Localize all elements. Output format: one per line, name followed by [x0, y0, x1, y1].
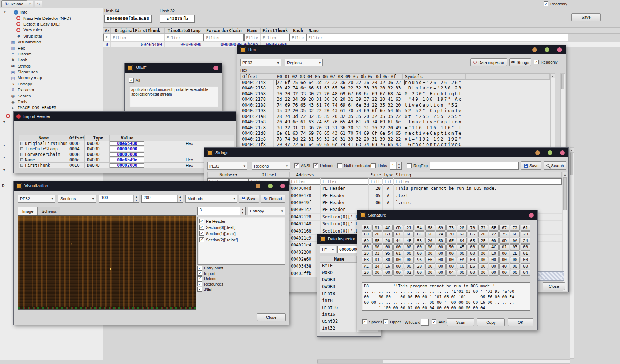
copy-button[interactable]: Copy [477, 318, 505, 326]
byte-cell[interactable]: 00 [415, 244, 424, 250]
scan-button[interactable]: Scan [447, 318, 474, 326]
filter-input-name[interactable] [244, 34, 260, 41]
hex-row[interactable]: 0040:2178 3d 22 34 39 20 31 30 36 20 31 … [240, 97, 550, 103]
byte-cell[interactable]: 53 [415, 238, 424, 244]
column-header-hash[interactable]: Hash [290, 28, 306, 33]
region-list-item[interactable]: Section(1)['.rsrc'] [198, 230, 285, 237]
field-row[interactable]: FirstThunk 0010 DWORD 00002000 Hex [19, 163, 234, 168]
spaces-checkbox[interactable]: Spaces [362, 319, 382, 324]
marker-list-item[interactable]: Import [197, 271, 285, 276]
hex-row[interactable]: 0040:21b8 20 49 6e 61 63 74 69 76 65 43 … [240, 119, 550, 125]
signature-preview[interactable]: B8 .. .. .. '!This program cannot be run… [362, 282, 530, 311]
value-input[interactable]: 00e6b480 [110, 141, 144, 146]
byte-cell[interactable]: 2D [362, 250, 371, 256]
byte-cell[interactable]: 68 [425, 225, 435, 231]
checkbox-box[interactable] [197, 287, 202, 292]
sidebar-item[interactable]: ▣ Signatures [0, 69, 103, 75]
byte-cell[interactable]: 44 [393, 238, 403, 244]
forward-button[interactable]: ↷ [35, 1, 42, 7]
marker-list-item[interactable]: Relocs [197, 276, 285, 281]
byte-cell[interactable]: 00 [446, 250, 456, 256]
regions-select[interactable]: Regions [252, 162, 290, 170]
byte-cell[interactable]: 00 [499, 250, 509, 256]
reload-button[interactable]: ↻Reload [261, 195, 285, 203]
byte-cell[interactable]: 01 [521, 250, 530, 256]
scrollbar-thumb[interactable] [561, 74, 564, 89]
byte-cell[interactable]: 00 [436, 250, 446, 256]
byte-cell[interactable]: B8 [362, 225, 371, 231]
ok-button[interactable]: OK [508, 318, 533, 326]
byte-cell[interactable]: 00 [436, 257, 446, 263]
checkbox-box[interactable] [197, 266, 202, 271]
format-select[interactable]: PE32 [240, 59, 281, 66]
scroll-up-icon[interactable]: ▲ [570, 148, 574, 153]
region-list-item[interactable]: Section(2)['.reloc'] [198, 237, 285, 243]
byte-cell[interactable]: 0D [489, 238, 499, 244]
byte-cell[interactable]: 2E [510, 250, 520, 256]
hex-titlebar[interactable]: Hex [237, 45, 566, 54]
byte-cell[interactable]: 61 [393, 231, 403, 237]
filter-input-timedatestamp[interactable] [165, 34, 204, 41]
signature-titlebar[interactable]: Signature [357, 210, 537, 220]
byte-cell[interactable]: 00 [404, 257, 414, 263]
type-header[interactable]: Type [85, 135, 110, 141]
save-button[interactable]: Save [571, 13, 601, 21]
byte-cell[interactable]: 00 [383, 270, 393, 276]
sidebar-item[interactable]: Detect It Easy (DiE) [0, 21, 103, 27]
strings-titlebar[interactable]: Strings [204, 148, 568, 157]
checkbox-box[interactable] [199, 231, 204, 236]
filter-input-name2[interactable] [306, 34, 568, 41]
shade-dot-button[interactable] [545, 47, 549, 52]
address-header[interactable]: Address [290, 172, 321, 177]
byte-cell[interactable]: 00 [425, 250, 435, 256]
byte-cell[interactable]: 30 [383, 257, 393, 263]
byte-cell[interactable]: 00 [393, 244, 403, 250]
byte-cell[interactable]: 20 [478, 231, 488, 237]
byte-cell[interactable]: 01 [499, 244, 509, 250]
byte-cell[interactable]: 01 [372, 225, 382, 231]
byte-cell[interactable]: 4C [489, 244, 499, 250]
wildcard-input[interactable] [421, 319, 429, 326]
byte-cell[interactable]: 6F [446, 238, 456, 244]
depth-stepper[interactable]: 5 ▲▼ [390, 162, 402, 170]
sidebar-item[interactable]: ▥ Hex [0, 45, 103, 51]
checkbox-box[interactable] [199, 225, 204, 230]
byte-cell[interactable]: AE [362, 263, 371, 269]
byte-cell[interactable]: E0 [489, 250, 499, 256]
close-dot-button[interactable] [529, 213, 534, 218]
shade-dot-button[interactable] [548, 150, 552, 155]
sidebar-item[interactable]: ◎ Search [0, 93, 103, 99]
byte-cell[interactable]: 00 [393, 270, 403, 276]
byte-cell[interactable]: 20 [362, 270, 371, 276]
byte-cell[interactable]: 00 [521, 257, 530, 263]
main-horizontal-scrollbar[interactable] [317, 359, 570, 364]
stepper-down-icon[interactable]: ▼ [240, 211, 245, 215]
sidebar-item[interactable]: ▾ i Info [0, 9, 103, 15]
sidebar-item[interactable]: ◑ Entropy [0, 81, 103, 87]
byte-cell[interactable]: C0 [457, 263, 467, 269]
byte-cell[interactable]: 00 [468, 244, 477, 250]
width-stepper[interactable]: 100 ▲▼ [99, 195, 139, 203]
tree-partial-icon[interactable]: ▾ [3, 120, 5, 124]
block-count-stepper[interactable]: 3 ▲▼ [197, 207, 246, 215]
byte-cell[interactable]: 00 [457, 270, 467, 276]
byte-cell[interactable]: 95 [383, 250, 393, 256]
column-header-forwarderchain[interactable]: ForwarderChain [204, 28, 244, 33]
stepper-up-icon[interactable]: ▲ [397, 162, 401, 166]
symbols-header[interactable]: Symbols [403, 74, 466, 79]
byte-cell[interactable]: 96 [415, 257, 424, 263]
sidebar-item[interactable]: Nauz File Detector (NFD) [0, 15, 103, 21]
byte-cell[interactable]: E6 [425, 257, 435, 263]
byte-cell[interactable]: 00 [425, 270, 435, 276]
byte-cell[interactable]: 0A [510, 238, 520, 244]
close-button[interactable]: Close [257, 313, 286, 321]
hex-row[interactable]: 0040:2158 20 42 74 6e 66 61 63 65 3d 22 … [240, 85, 550, 91]
offset-header[interactable]: Offset [67, 135, 85, 141]
value-input[interactable]: 00000000 [110, 152, 144, 157]
stepper-down-icon[interactable]: ▼ [178, 199, 183, 202]
scrollbar-thumb[interactable] [563, 177, 567, 210]
tree-partial-icon[interactable]: ▾ [3, 168, 5, 172]
byte-cell[interactable]: 00 [372, 244, 382, 250]
byte-cell[interactable]: 54 [415, 225, 424, 231]
string-header[interactable]: String [394, 172, 562, 177]
